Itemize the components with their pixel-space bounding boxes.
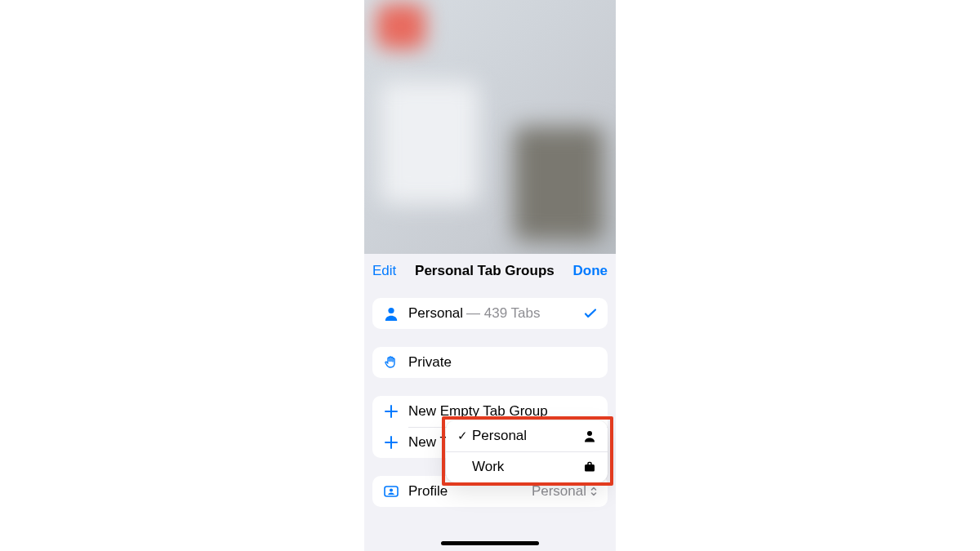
profile-value: Personal [532, 483, 598, 500]
svg-point-2 [390, 489, 393, 492]
profile-popup-menu: ✓ Personal Work [446, 420, 608, 482]
tab-group-count: — 439 Tabs [466, 305, 540, 322]
profile-card-icon [382, 483, 400, 500]
new-empty-label: New Empty Tab Group [408, 403, 548, 420]
profile-label: Profile [408, 483, 448, 500]
phone-frame: Edit Personal Tab Groups Done Personal —… [364, 0, 616, 551]
person-icon [583, 429, 596, 442]
plus-icon [382, 404, 400, 419]
svg-point-3 [587, 431, 592, 436]
private-section: Private [372, 347, 608, 378]
new-from-label: New T [408, 434, 448, 451]
blurred-tabs-background [364, 0, 616, 254]
svg-point-0 [388, 308, 394, 313]
plus-icon [382, 435, 400, 450]
page-title: Personal Tab Groups [415, 263, 555, 279]
blur-blob [514, 127, 604, 241]
popup-personal-label: Personal [472, 428, 583, 444]
blur-blob [381, 82, 479, 204]
popup-item-personal[interactable]: ✓ Personal [446, 420, 608, 451]
home-indicator [441, 541, 539, 545]
briefcase-icon [583, 460, 596, 473]
tab-group-personal[interactable]: Personal — 439 Tabs [372, 298, 608, 329]
profile-value-text: Personal [532, 483, 586, 500]
popup-work-label: Work [472, 459, 583, 475]
hand-icon [382, 354, 400, 371]
checkmark-icon: ✓ [457, 429, 472, 443]
person-icon [382, 305, 400, 322]
checkmark-icon [583, 306, 598, 321]
tab-group-section: Personal — 439 Tabs [372, 298, 608, 329]
done-button[interactable]: Done [573, 263, 608, 279]
svg-rect-4 [585, 464, 595, 472]
sheet-header: Edit Personal Tab Groups Done [364, 254, 616, 288]
tab-group-name: Personal [408, 305, 463, 322]
chevrons-icon [590, 486, 598, 497]
edit-button[interactable]: Edit [372, 263, 396, 279]
tab-group-private[interactable]: Private [372, 347, 608, 378]
blur-blob [376, 4, 425, 49]
private-label: Private [408, 354, 452, 371]
popup-item-work[interactable]: Work [446, 451, 608, 482]
